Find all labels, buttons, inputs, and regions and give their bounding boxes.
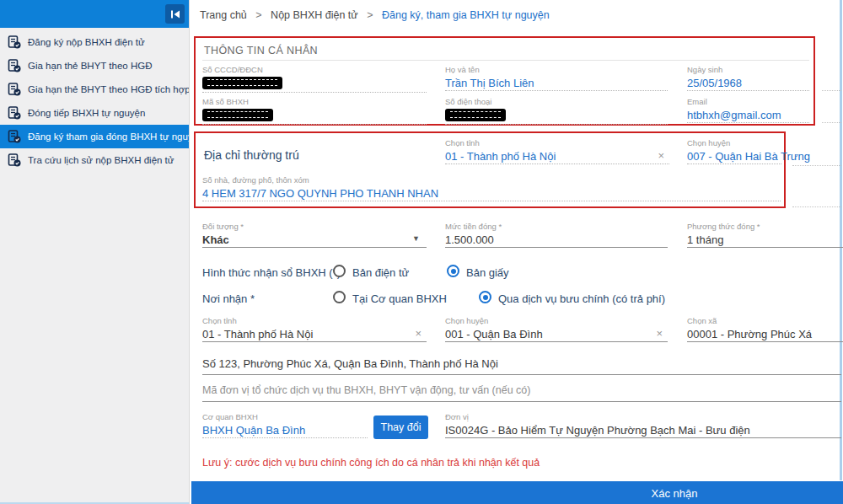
sidebar-menu: Đăng ký nộp BHXH điện tử Gia hạn thẻ BHY… [0, 30, 189, 172]
agency-unit-value: IS0024G - Bảo Hiểm Tự Nguyện Phường Bạch… [445, 424, 841, 438]
document-check-icon [8, 59, 21, 72]
book-format-label: Hình thức nhận sổ BHXH (*) [202, 266, 341, 279]
dob-label: Ngày sinh [687, 65, 809, 74]
residence-district-select[interactable]: Chọn huyện 007 - Quận Hai Bà Trưng [687, 138, 781, 164]
residence-street-value: 4 HEM 317/7 NGO QUYNH PHO THANH NHAN [202, 187, 781, 201]
delivery-address-field[interactable]: Số 123, Phường Phúc Xá, Quận Ba Đình, Th… [202, 357, 841, 375]
subject-select[interactable]: Đối tượng * Khác ▼ [202, 222, 427, 248]
sidebar-item-dong-tiep[interactable]: Đóng tiếp BHXH tự nguyện [0, 101, 189, 125]
full-name-value: Trần Thị Bích Liên [445, 77, 668, 91]
delivery-district-value: 001 - Quận Ba Đình [445, 328, 668, 342]
delivery-province-select[interactable]: Chọn tỉnh 01 - Thành phố Hà Nội × [202, 316, 427, 342]
breadcrumb-separator: > [367, 9, 373, 21]
email-value: htbhxh@gmail.com [687, 109, 809, 123]
sidebar-item-label: Đăng ký nộp BHXH điện tử [28, 37, 145, 47]
agency-unit-field[interactable]: Đơn vị IS0024G - Bảo Hiểm Tự Nguyện Phườ… [445, 412, 841, 438]
receive-place-radio-buu-chinh[interactable] [479, 291, 491, 303]
personal-info-title: THÔNG TIN CÁ NHÂN [204, 45, 318, 56]
sidebar-item-dang-ky-nop[interactable]: Đăng ký nộp BHXH điện tử [0, 30, 189, 54]
sidebar-item-gia-han-bhyt-hgd[interactable]: Gia hạn thẻ BHYT theo HGĐ [0, 54, 189, 78]
personal-info-divider [202, 60, 809, 61]
breadcrumb-current: Đăng ký, tham gia BHXH tự nguyện [382, 9, 550, 21]
delivery-ward-value: 00001 - Phường Phúc Xá [687, 328, 843, 342]
chevron-down-icon[interactable]: ▼ [412, 234, 420, 243]
amount-field[interactable]: Mức tiền đóng * 1.500.000 [445, 222, 668, 248]
document-check-icon [8, 153, 21, 167]
residence-province-label: Chọn tỉnh [445, 138, 669, 147]
cccd-field[interactable]: Số CCCD/ĐĐCN [202, 65, 427, 93]
cccd-redacted-value [202, 77, 282, 89]
cutoff-dotted-line [822, 90, 841, 91]
sidebar: Đăng ký nộp BHXH điện tử Gia hạn thẻ BHY… [0, 0, 190, 504]
cutoff-dotted-line [792, 206, 841, 207]
phone-label: Số điện thoại [445, 97, 668, 106]
delivery-district-label: Chọn huyện [445, 316, 668, 325]
dob-value: 25/05/1968 [687, 77, 809, 91]
delivery-province-label: Chọn tỉnh [202, 316, 427, 325]
amount-value: 1.500.000 [445, 233, 668, 248]
subject-label: Đối tượng * [202, 222, 427, 231]
phone-redacted-value [445, 109, 506, 121]
delivery-ward-select[interactable]: Chọn xã 00001 - Phường Phúc Xá [687, 316, 843, 342]
residence-district-value: 007 - Quận Hai Bà Trưng [687, 150, 781, 164]
residence-title: Địa chỉ thường trú [204, 148, 299, 162]
subject-value: Khác [202, 233, 427, 248]
receive-place-option-label[interactable]: Qua dịch vụ bưu chính (có trả phí) [498, 292, 665, 305]
breadcrumb-home[interactable]: Trang chủ [200, 9, 247, 21]
agency-office-field[interactable]: Cơ quan BHXH BHXH Quận Ba Đình [202, 412, 368, 438]
book-format-radio-dien-tu[interactable] [333, 265, 346, 277]
clear-icon[interactable]: × [415, 327, 422, 340]
delivery-ward-label: Chọn xã [687, 316, 843, 325]
method-value: 1 tháng [687, 233, 843, 248]
cutoff-dotted-line [822, 122, 841, 123]
delivery-address-value: Số 123, Phường Phúc Xá, Quận Ba Đình, Th… [202, 357, 841, 375]
receive-place-option-label[interactable]: Tại Cơ quan BHXH [352, 292, 447, 305]
agency-unit-label: Đơn vị [445, 412, 841, 421]
receive-place-radio-co-quan[interactable] [333, 291, 346, 303]
method-label: Phương thức đóng * [687, 222, 843, 231]
bhxh-code-label: Mã số BHXH [202, 97, 427, 106]
clear-icon[interactable]: × [656, 327, 663, 340]
phone-field[interactable]: Số điện thoại [445, 97, 668, 125]
cccd-label: Số CCCD/ĐĐCN [202, 65, 427, 74]
method-field[interactable]: Phương thức đóng * 1 tháng [687, 222, 843, 248]
document-check-icon [8, 130, 21, 143]
sidebar-item-tra-cuu[interactable]: Tra cứu lịch sử nộp BHXH điện tử [0, 148, 189, 172]
full-name-label: Họ và tên [445, 65, 668, 74]
bhxh-app: Đăng ký nộp BHXH điện tử Gia hạn thẻ BHY… [0, 0, 843, 504]
confirm-button[interactable]: Xác nhận [191, 481, 843, 504]
book-format-radio-giay[interactable] [447, 265, 459, 277]
breadcrumb: Trang chủ > Nộp BHXH điện tử > Đăng ký, … [200, 9, 550, 21]
residence-province-select[interactable]: Chọn tỉnh 01 - Thành phố Hà Nội × [445, 138, 669, 164]
amount-label: Mức tiền đóng * [445, 222, 668, 231]
sidebar-item-label: Gia hạn thẻ BHYT theo HGĐ [28, 61, 152, 71]
sidebar-collapse-button[interactable] [165, 4, 185, 24]
document-check-icon [8, 35, 21, 49]
agency-office-label: Cơ quan BHXH [202, 412, 368, 421]
change-agency-button[interactable]: Thay đổi [373, 416, 428, 439]
email-field[interactable]: Email htbhxh@gmail.com [687, 97, 809, 123]
sidebar-item-label: Đăng ký tham gia đóng BHXH tự nguyện [28, 131, 189, 142]
book-format-option-label[interactable]: Bản điện tử [352, 266, 409, 279]
collector-unit-label: Mã đơn vị tổ chức dịch vụ thu BHXH, BHYT… [202, 384, 841, 402]
sidebar-item-label: Đóng tiếp BHXH tự nguyện [28, 108, 145, 118]
sidebar-item-label: Tra cứu lịch sử nộp BHXH điện tử [28, 155, 175, 165]
full-name-field[interactable]: Họ và tên Trần Thị Bích Liên [445, 65, 668, 91]
bhxh-code-field[interactable]: Mã số BHXH [202, 97, 427, 125]
breadcrumb-separator: > [255, 9, 261, 21]
sidebar-item-gia-han-bhyt-tich-hop[interactable]: Gia hạn thẻ BHYT theo HGĐ tích hợp gi... [0, 78, 189, 101]
sidebar-header [0, 0, 189, 28]
clear-icon[interactable]: × [658, 149, 664, 162]
delivery-district-select[interactable]: Chọn huyện 001 - Quận Ba Đình × [445, 316, 668, 342]
collector-unit-field[interactable]: Mã đơn vị tổ chức dịch vụ thu BHXH, BHYT… [202, 384, 841, 402]
breadcrumb-nop-bhxh[interactable]: Nộp BHXH điện tử [271, 9, 358, 21]
residence-province-value: 01 - Thành phố Hà Nội [445, 150, 669, 164]
sidebar-item-label: Gia hạn thẻ BHYT theo HGĐ tích hợp gi... [28, 84, 189, 94]
book-format-option-label[interactable]: Bản giấy [466, 266, 509, 279]
sidebar-item-dang-ky-tham-gia[interactable]: Đăng ký tham gia đóng BHXH tự nguyện [0, 125, 189, 148]
document-check-icon [8, 106, 21, 120]
collapse-left-icon [169, 8, 182, 21]
residence-street-field[interactable]: Số nhà, đường phố, thôn xóm 4 HEM 317/7 … [202, 175, 781, 201]
delivery-province-value: 01 - Thành phố Hà Nội [202, 328, 427, 342]
dob-field[interactable]: Ngày sinh 25/05/1968 [687, 65, 809, 91]
